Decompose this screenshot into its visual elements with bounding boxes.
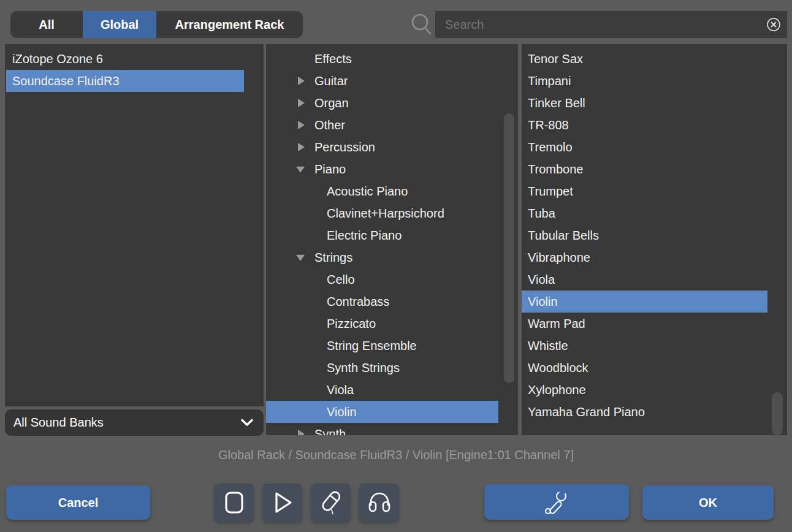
clear-search-icon[interactable]: [766, 17, 781, 32]
cancel-button[interactable]: Cancel: [6, 485, 150, 520]
plugin-list: iZotope Ozone 6Soundcase FluidR3: [5, 44, 264, 406]
category-item-other[interactable]: Other: [266, 114, 498, 136]
category-item-label: Electric Piano: [266, 224, 498, 246]
play-button[interactable]: [262, 484, 302, 522]
preset-item-xylophone[interactable]: Xylophone: [522, 379, 767, 401]
preset-scrollbar[interactable]: [772, 392, 783, 435]
category-item-label: String Ensemble: [266, 335, 498, 357]
record-button[interactable]: [311, 484, 351, 522]
category-item-piano[interactable]: Piano: [266, 158, 498, 180]
category-item-synth[interactable]: Synth: [266, 423, 498, 435]
category-item-strings[interactable]: Strings: [266, 246, 498, 268]
collapsed-triangle-icon[interactable]: [298, 121, 305, 129]
category-item-label: Effects: [266, 48, 498, 70]
plugin-item-soundcase-fluidr3[interactable]: Soundcase FluidR3: [6, 70, 244, 92]
sound-bank-dropdown-value: All Sound Banks: [13, 416, 104, 430]
collapsed-triangle-icon[interactable]: [298, 143, 305, 151]
expanded-triangle-icon[interactable]: [296, 255, 305, 261]
category-item-acoustic-piano[interactable]: Acoustic Piano: [266, 180, 498, 202]
category-item-label: Pizzicato: [266, 313, 498, 335]
category-item-contrabass[interactable]: Contrabass: [266, 291, 498, 313]
collapsed-triangle-icon[interactable]: [298, 77, 305, 85]
preset-item-tuba[interactable]: Tuba: [522, 202, 767, 224]
preset-list: Tenor SaxTimpaniTinker BellTR-808Tremolo…: [522, 44, 787, 435]
chevron-down-icon: [240, 419, 254, 427]
settings-button[interactable]: [484, 484, 629, 520]
stop-button[interactable]: [214, 484, 254, 522]
preset-item-viola[interactable]: Viola: [522, 268, 767, 291]
category-item-pizzicato[interactable]: Pizzicato: [266, 313, 498, 335]
category-item-label: Violin: [266, 401, 498, 423]
category-item-label: Contrabass: [266, 291, 498, 313]
preset-item-vibraphone[interactable]: Vibraphone: [522, 246, 767, 268]
category-item-label: Synth Strings: [266, 357, 498, 379]
category-scrollbar[interactable]: [504, 113, 514, 383]
sound-browser-dialog: { "tabs": { "items": [ {"label": "All", …: [0, 0, 792, 532]
headphones-icon: [366, 489, 393, 516]
category-item-effects[interactable]: Effects: [266, 48, 498, 70]
category-item-guitar[interactable]: Guitar: [266, 70, 498, 92]
search-input[interactable]: [435, 11, 787, 38]
preset-item-warm-pad[interactable]: Warm Pad: [522, 313, 767, 335]
stop-icon: [222, 490, 246, 515]
tab-arrangement-rack[interactable]: Arrangement Rack: [156, 11, 303, 38]
preset-item-tr-808[interactable]: TR-808: [522, 114, 767, 136]
wrench-icon: [543, 488, 570, 515]
category-item-label: Acoustic Piano: [266, 180, 498, 202]
preset-item-tenor-sax[interactable]: Tenor Sax: [522, 48, 767, 70]
category-item-label: Viola: [266, 379, 498, 401]
collapsed-triangle-icon[interactable]: [298, 99, 305, 107]
category-tree: EffectsGuitarOrganOtherPercussionPianoAc…: [266, 44, 518, 435]
category-item-organ[interactable]: Organ: [266, 92, 498, 114]
category-item-viola[interactable]: Viola: [266, 379, 498, 401]
collapsed-triangle-icon[interactable]: [298, 430, 305, 435]
category-item-cello[interactable]: Cello: [266, 268, 498, 291]
preset-item-tinker-bell[interactable]: Tinker Bell: [522, 92, 767, 114]
preset-item-tubular-bells[interactable]: Tubular Bells: [522, 224, 767, 246]
category-item-clavinet-harpsichord[interactable]: Clavinet+Harpsichord: [266, 202, 498, 224]
category-item-violin[interactable]: Violin: [266, 401, 498, 423]
monitor-button[interactable]: [359, 484, 399, 522]
category-item-label: Clavinet+Harpsichord: [266, 202, 498, 224]
plugin-item-izotope-ozone-6[interactable]: iZotope Ozone 6: [6, 48, 244, 70]
category-item-synth-strings[interactable]: Synth Strings: [266, 357, 498, 379]
sound-bank-dropdown[interactable]: All Sound Banks: [5, 409, 264, 436]
preset-item-violin[interactable]: Violin: [522, 291, 767, 313]
preset-item-whistle[interactable]: Whistle: [522, 335, 767, 357]
search-icon: [409, 13, 434, 37]
category-item-string-ensemble[interactable]: String Ensemble: [266, 335, 498, 357]
preset-item-yamaha-grand-piano[interactable]: Yamaha Grand Piano: [522, 401, 767, 423]
selection-path-status: Global Rack / Soundcase FluidR3 / Violin…: [0, 448, 792, 462]
expanded-triangle-icon[interactable]: [296, 167, 305, 173]
rack-filter-tabs: All Global Arrangement Rack: [10, 11, 303, 38]
preset-item-trombone[interactable]: Trombone: [522, 158, 767, 180]
tab-all[interactable]: All: [10, 11, 83, 38]
category-item-label: Cello: [266, 268, 498, 291]
category-item-electric-piano[interactable]: Electric Piano: [266, 224, 498, 246]
microphone-icon: [318, 489, 345, 516]
category-item-percussion[interactable]: Percussion: [266, 136, 498, 158]
preset-item-trumpet[interactable]: Trumpet: [522, 180, 767, 202]
preset-item-timpani[interactable]: Timpani: [522, 70, 767, 92]
preset-item-tremolo[interactable]: Tremolo: [522, 136, 767, 158]
preset-item-woodblock[interactable]: Woodblock: [522, 357, 767, 379]
tab-global[interactable]: Global: [83, 11, 156, 38]
play-icon: [270, 490, 295, 515]
ok-button[interactable]: OK: [642, 485, 774, 520]
